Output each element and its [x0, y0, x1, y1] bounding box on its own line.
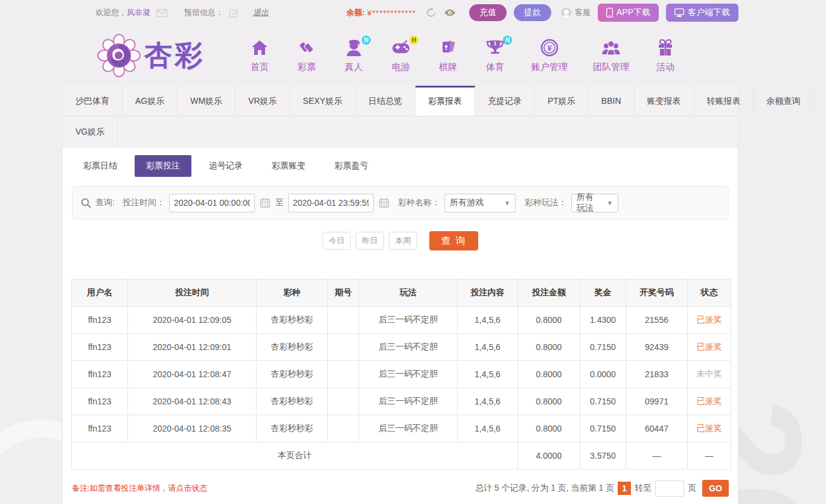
query-button[interactable]: 查 询 — [429, 231, 478, 250]
tab-日结总览[interactable]: 日结总览 — [356, 86, 415, 116]
yesterday-button[interactable]: 昨日 — [356, 232, 384, 250]
customer-service-link[interactable]: 客服 — [561, 7, 591, 18]
main-nav: 首页彩票N真人H电游棋牌1N体育¥账户管理团队管理活动 — [236, 39, 689, 73]
tab-WM娱乐[interactable]: WM娱乐 — [178, 86, 235, 116]
tab-PT娱乐[interactable]: PT娱乐 — [535, 86, 589, 116]
page-label: 页 — [688, 483, 696, 494]
cell-issue — [328, 361, 359, 388]
nav-item-trophy[interactable]: 1N体育 — [472, 39, 519, 73]
cell-status[interactable]: 已派奖 — [688, 307, 731, 334]
cell-status[interactable]: 已派奖 — [688, 334, 731, 361]
bet-time-from-input[interactable] — [169, 194, 255, 212]
nav-item-team[interactable]: 团队管理 — [580, 39, 642, 73]
tab-账变报表[interactable]: 账变报表 — [635, 86, 694, 116]
cell-status[interactable]: 已派奖 — [688, 415, 731, 442]
refresh-icon[interactable] — [426, 7, 437, 18]
cell-amount: 0.8000 — [518, 361, 580, 388]
site-logo[interactable]: 杏彩 — [97, 34, 205, 77]
nav-item-home[interactable]: 首页 — [236, 39, 283, 73]
cell-time: 2020-04-01 12:08:35 — [128, 415, 257, 442]
subtab-彩票账变[interactable]: 彩票账变 — [260, 155, 317, 177]
nav-label: 账户管理 — [519, 62, 580, 73]
play-type-select[interactable]: 所有玩法▼ — [571, 194, 618, 212]
nav-label: 彩票 — [283, 62, 330, 73]
cell-content: 1,4,5,6 — [458, 388, 518, 415]
nav-item-gift[interactable]: 活动 — [642, 39, 689, 73]
nav-label: 首页 — [236, 62, 283, 73]
nav-label: 电游 — [377, 62, 424, 73]
trophy-icon: 1N — [485, 39, 505, 60]
cell-status[interactable]: 已派奖 — [688, 388, 731, 415]
tab-VR娱乐[interactable]: VR娱乐 — [235, 86, 290, 116]
mail-icon[interactable] — [156, 9, 167, 17]
cell-user: ffn123 — [72, 334, 128, 361]
gamepad-icon: H — [391, 39, 411, 60]
this-week-button[interactable]: 本周 — [389, 232, 417, 250]
home-icon — [251, 39, 269, 60]
cell-status[interactable]: 未中奖 — [688, 361, 731, 388]
col-header-彩种: 彩种 — [257, 279, 328, 307]
nav-item-coin[interactable]: ¥账户管理 — [519, 39, 580, 73]
coin-icon: ¥ — [540, 39, 559, 60]
username: 风非凝 — [127, 7, 150, 18]
live-person-icon: N — [344, 39, 363, 60]
welcome-text: 欢迎您， — [95, 7, 127, 18]
logout-link[interactable]: 退出 — [253, 7, 269, 18]
cell-lottery: 杏彩秒秒彩 — [257, 388, 328, 415]
tab-BBIN[interactable]: BBIN — [589, 86, 635, 116]
tab-充提记录[interactable]: 充提记录 — [475, 86, 535, 116]
go-button[interactable]: GO — [702, 480, 729, 497]
withdraw-button[interactable]: 提款 — [514, 4, 551, 21]
balance-value: ¥************ — [367, 8, 416, 18]
bet-time-to-input[interactable] — [288, 194, 374, 212]
col-header-玩法: 玩法 — [359, 279, 458, 307]
col-header-投注内容: 投注内容 — [458, 279, 518, 307]
tab-转账报表[interactable]: 转账报表 — [694, 86, 754, 116]
nav-label: 体育 — [472, 62, 519, 73]
search-panel: 查询: 投注时间： 至 彩种名称： 所有游戏▼ 彩种玩法： 所有玩法▼ — [72, 186, 729, 220]
edit-icon[interactable] — [229, 8, 239, 18]
nav-item-live-person[interactable]: N真人 — [330, 39, 377, 73]
calendar-icon[interactable] — [260, 198, 270, 208]
subtab-追号记录[interactable]: 追号记录 — [197, 155, 254, 177]
nav-item-gamepad[interactable]: H电游 — [377, 39, 424, 73]
page: 20 欢迎您，风非凝 预留信息： 退出 余额: ¥************ 充值 — [0, 0, 826, 504]
subtab-彩票投注[interactable]: 彩票投注 — [135, 155, 191, 177]
col-header-奖金: 奖金 — [580, 279, 626, 307]
recharge-button[interactable]: 充值 — [469, 4, 507, 21]
table-row: ffn1232020-04-01 12:09:01杏彩秒秒彩后三一码不定胆1,4… — [72, 334, 731, 361]
to-label: 至 — [275, 197, 284, 208]
footer-note: 备注:如需查看投注单详情，请点击状态 — [72, 483, 208, 494]
nav-label: 真人 — [330, 62, 377, 73]
col-header-投注金额: 投注金额 — [518, 279, 580, 307]
app-download-button[interactable]: APP下载 — [598, 4, 659, 22]
eye-icon[interactable] — [444, 8, 456, 17]
tab-VG娱乐[interactable]: VG娱乐 — [63, 116, 118, 147]
summary-numbers: — — [626, 442, 688, 470]
summary-amount: 4.0000 — [518, 442, 580, 470]
nav-item-cards[interactable]: 棋牌 — [424, 39, 472, 73]
logo-text: 杏彩 — [144, 37, 205, 74]
cell-time: 2020-04-01 12:08:43 — [128, 388, 257, 415]
tab-AG娱乐[interactable]: AG娱乐 — [123, 86, 178, 116]
tab-沙巴体育[interactable]: 沙巴体育 — [63, 86, 123, 116]
quick-actions: 今日 昨日 本周 查 询 — [63, 231, 738, 250]
client-download-button[interactable]: 客户端下载 — [666, 4, 738, 22]
calendar-icon[interactable] — [379, 198, 389, 208]
cell-time: 2020-04-01 12:09:05 — [128, 307, 257, 334]
today-button[interactable]: 今日 — [322, 232, 351, 250]
subtab-彩票日结[interactable]: 彩票日结 — [72, 155, 129, 177]
subtabs: 彩票日结彩票投注追号记录彩票账变彩票盈亏 — [63, 147, 738, 185]
chevron-down-icon: ▼ — [504, 200, 510, 206]
lottery-name-select[interactable]: 所有游戏▼ — [444, 194, 516, 212]
current-page-button[interactable]: 1 — [618, 482, 631, 495]
pagination-summary: 总计 5 个记录, 分为 1 页, 当前第 1 页 — [475, 483, 614, 494]
subtab-彩票盈亏[interactable]: 彩票盈亏 — [323, 155, 380, 177]
tab-余额查询[interactable]: 余额查询 — [754, 86, 814, 116]
goto-page-input[interactable] — [655, 480, 684, 497]
nav-item-ticket[interactable]: 彩票 — [283, 39, 330, 73]
tab-SEXY娱乐[interactable]: SEXY娱乐 — [290, 86, 356, 116]
cell-prize: 1.4300 — [580, 307, 626, 334]
tab-彩票报表[interactable]: 彩票报表 — [415, 86, 475, 116]
phone-icon — [606, 8, 613, 18]
